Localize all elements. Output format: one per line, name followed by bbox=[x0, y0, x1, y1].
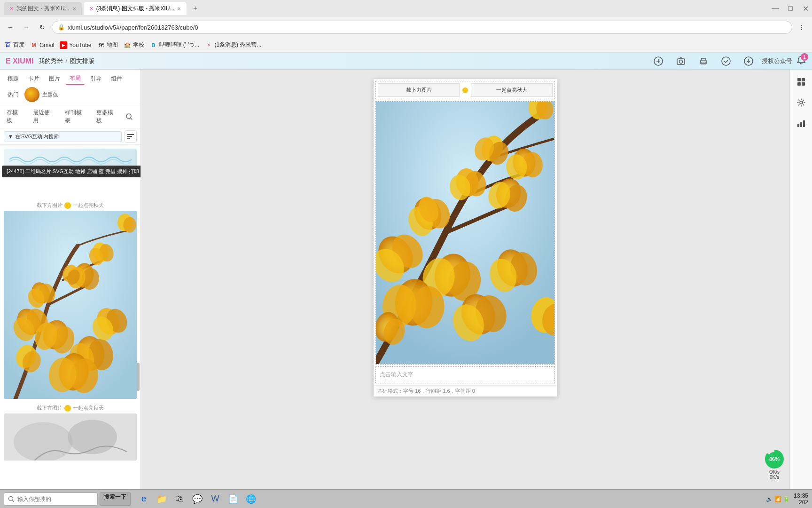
auth-button[interactable]: 授权公众号 bbox=[762, 57, 792, 65]
breadcrumb-current[interactable]: 图文排版 bbox=[70, 57, 94, 65]
taskbar-right: 🔊 📶 🔋 13:35 202 bbox=[766, 492, 808, 506]
baidu-icon: 百 bbox=[4, 41, 11, 49]
doc-text-area[interactable]: 点击输入文字 bbox=[375, 366, 555, 383]
taskbar: 搜索一下 e 📁 🛍 💬 W 📄 🌐 🔊 📶 🔋 13:35 202 bbox=[0, 489, 812, 508]
lock-icon: 🔒 bbox=[58, 24, 65, 31]
tab-favicon-2: ✕ bbox=[89, 6, 94, 12]
minimize-btn[interactable]: — bbox=[769, 2, 782, 15]
sidebar-tab-hot[interactable]: 热门 bbox=[4, 89, 23, 101]
tab-1[interactable]: ✕ 我的图文 - 秀米XIU... ✕ bbox=[4, 2, 82, 15]
sidebar-tab-layout[interactable]: 布局 bbox=[66, 72, 85, 85]
theme-color-label: 主题色 bbox=[42, 91, 58, 98]
svg-point-5 bbox=[722, 57, 730, 65]
tab-favicon-1: ✕ bbox=[9, 6, 14, 12]
taskbar-search-icon bbox=[8, 496, 15, 502]
taskbar-search[interactable] bbox=[4, 492, 98, 506]
doc-format-bar: 基础格式：字号 16，行间距 1.6，字间距 0 bbox=[374, 385, 557, 397]
sidebar-template-img-1[interactable] bbox=[4, 211, 137, 399]
sidebar-tab-image[interactable]: 图片 bbox=[45, 73, 64, 85]
tab-close-1[interactable]: ✕ bbox=[72, 6, 76, 11]
gmail-icon: M bbox=[30, 41, 38, 49]
bookmark-bilibili[interactable]: B 哔哩哔哩 ('-'つ... bbox=[150, 41, 200, 49]
right-tool-settings[interactable] bbox=[793, 94, 810, 111]
notification-btn[interactable]: 1 bbox=[796, 55, 806, 67]
taskbar-icons: e 📁 🛍 💬 W 📄 🌐 bbox=[136, 492, 258, 507]
subtab-more[interactable]: 更多模板 bbox=[94, 107, 122, 126]
sidebar-tab-guide[interactable]: 引导 bbox=[86, 73, 105, 85]
back-btn[interactable]: ← bbox=[4, 21, 17, 34]
tray-icons: 🔊 📶 🔋 bbox=[766, 496, 790, 502]
sidebar-tab-card[interactable]: 卡片 bbox=[24, 73, 43, 85]
svg-rect-4 bbox=[702, 62, 705, 64]
right-tool-grid[interactable] bbox=[793, 73, 810, 90]
svg-rect-90 bbox=[803, 120, 805, 127]
taskbar-icon-folder[interactable]: 📁 bbox=[154, 492, 169, 507]
close-btn[interactable]: ✕ bbox=[799, 2, 812, 15]
subtab-save-template[interactable]: 存模板 bbox=[4, 107, 26, 126]
taskbar-icon-chrome[interactable]: 🌐 bbox=[243, 492, 258, 507]
tool-print[interactable] bbox=[694, 54, 713, 69]
taskbar-search-btn[interactable]: 搜索一下 bbox=[100, 492, 131, 506]
reload-btn[interactable]: ↻ bbox=[36, 21, 49, 34]
right-sidebar bbox=[789, 70, 812, 508]
tab-close-2[interactable]: ✕ bbox=[177, 6, 181, 11]
header-tools: 授权公众号 1 bbox=[649, 54, 806, 69]
tool-save[interactable] bbox=[649, 54, 668, 69]
tab-title-2: (3条消息) 图文排版 - 秀米XIU... bbox=[96, 5, 175, 13]
bookmark-baidu[interactable]: 百 百度 bbox=[4, 41, 24, 49]
bookmark-youtube[interactable]: ▶ YouTube bbox=[60, 41, 91, 49]
address-input[interactable]: 🔒 xiumi.us/studio/v5#/paper/for/26013276… bbox=[52, 21, 792, 34]
svg-rect-86 bbox=[802, 82, 805, 86]
youtube-icon: ▶ bbox=[60, 41, 67, 49]
sort-button[interactable] bbox=[125, 130, 137, 143]
xiumi-bm-icon: ✕ bbox=[205, 41, 212, 49]
svg-rect-8 bbox=[127, 134, 134, 135]
breadcrumb-home[interactable]: 我的秀米 bbox=[39, 57, 63, 65]
filter-icon: ▼ bbox=[8, 134, 13, 139]
sidebar-sub-tabs: 存模板 最近使用 样刊模板 更多模板 bbox=[0, 105, 141, 128]
svg-rect-85 bbox=[797, 82, 801, 86]
subtab-sample[interactable]: 样刊模板 bbox=[62, 107, 90, 126]
browser-chrome: ✕ 我的图文 - 秀米XIU... ✕ ✕ (3条消息) 图文排版 - 秀米XI… bbox=[0, 0, 812, 53]
taskbar-icon-ie[interactable]: e bbox=[136, 492, 151, 507]
filter-button[interactable]: ▼ 在'SVG互动'内搜索 bbox=[4, 131, 122, 142]
doc-cell-1[interactable]: 截卜力图片 bbox=[378, 83, 460, 97]
svg-rect-83 bbox=[797, 78, 801, 81]
right-tool-chart[interactable] bbox=[793, 115, 810, 132]
tab-2[interactable]: ✕ (3条消息) 图文排版 - 秀米XIU... ✕ bbox=[84, 2, 187, 15]
taskbar-icon-store[interactable]: 🛍 bbox=[172, 492, 187, 507]
tool-check[interactable] bbox=[717, 54, 735, 69]
extensions-btn[interactable]: ⋮ bbox=[795, 21, 808, 34]
doc-main-image[interactable] bbox=[375, 101, 555, 365]
subtab-recent[interactable]: 最近使用 bbox=[30, 107, 58, 126]
tool-camera[interactable] bbox=[671, 54, 690, 69]
yellow-dot-1 bbox=[64, 202, 71, 209]
sidebar-scrollbar[interactable] bbox=[137, 363, 140, 391]
tab-bar: ✕ 我的图文 - 秀米XIU... ✕ ✕ (3条消息) 图文排版 - 秀米XI… bbox=[0, 0, 812, 17]
taskbar-icon-word[interactable]: W bbox=[208, 492, 223, 507]
bookmark-gmail[interactable]: M Gmail bbox=[30, 41, 54, 49]
maximize-btn[interactable]: □ bbox=[784, 2, 797, 15]
sidebar-tab-template[interactable]: 模题 bbox=[4, 73, 23, 85]
theme-color-btn[interactable] bbox=[24, 87, 39, 102]
left-sidebar: 模题 卡片 图片 布局 引导 组件 热门 主题色 存 bbox=[0, 70, 141, 508]
search-icon[interactable] bbox=[125, 111, 137, 122]
forward-btn[interactable]: → bbox=[20, 21, 33, 34]
taskbar-icon-wechat[interactable]: 💬 bbox=[190, 492, 205, 507]
tool-download[interactable] bbox=[739, 54, 758, 69]
sidebar-template-img-2[interactable] bbox=[4, 413, 137, 460]
sidebar-tab-component[interactable]: 组件 bbox=[107, 73, 126, 85]
filter-label: 在'SVG互动'内搜索 bbox=[15, 133, 59, 140]
doc-cell-3[interactable]: 一起点亮秋大 bbox=[471, 83, 553, 97]
template-label-1: 截下方图片 一起点亮秋天 bbox=[0, 200, 141, 211]
taskbar-icon-pdf[interactable]: 📄 bbox=[226, 492, 241, 507]
bookmark-maps[interactable]: 🗺 地图 bbox=[97, 41, 118, 49]
new-tab-button[interactable]: + bbox=[188, 2, 202, 15]
doc-top-row: 截卜力图片 一起点亮秋大 bbox=[378, 83, 553, 97]
bookmark-xiumi[interactable]: ✕ (1条消息) 秀米营... bbox=[205, 41, 261, 49]
progress-circle: 86% bbox=[765, 450, 784, 468]
taskbar-tray: 🔊 📶 🔋 bbox=[766, 496, 790, 502]
bookmark-school[interactable]: 🏫 学校 bbox=[124, 41, 144, 49]
taskbar-search-input[interactable] bbox=[17, 496, 74, 502]
svg-rect-9 bbox=[127, 136, 132, 137]
